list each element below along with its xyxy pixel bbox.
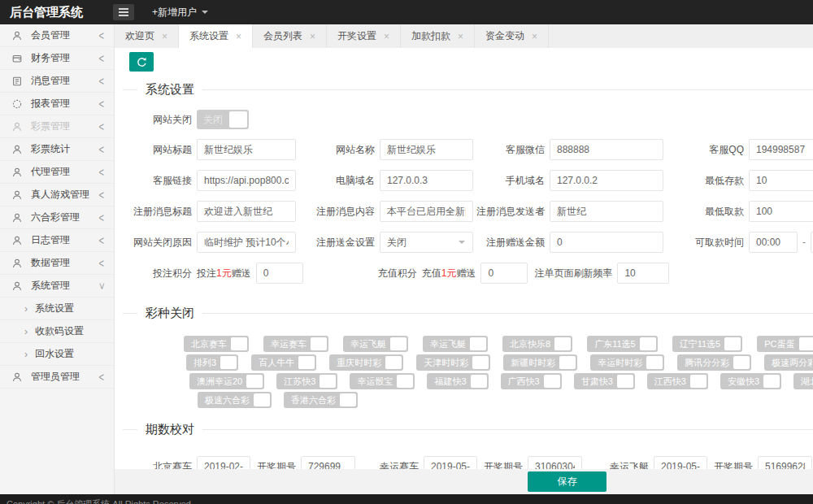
form-row: 网站关闭关闭	[123, 109, 813, 130]
lottery-toggle-重庆时时彩[interactable]: 重庆时时彩	[329, 354, 403, 371]
sidebar-item-报表管理[interactable]: 报表管理<	[0, 93, 114, 115]
lottery-toggle-百人牛牛[interactable]: 百人牛牛	[251, 354, 316, 371]
sidebar-item-消息管理[interactable]: 消息管理<	[0, 70, 114, 93]
lottery-toggle-label: 幸运赛车	[263, 338, 311, 350]
lottery-toggle-广西快3[interactable]: 广西快3	[501, 373, 562, 389]
bonus-input[interactable]	[256, 263, 303, 284]
field-input[interactable]	[380, 139, 473, 160]
tab-系统设置[interactable]: 系统设置×	[179, 24, 253, 48]
lottery-toggle-幸运时时彩[interactable]: 幸运时时彩	[590, 354, 664, 371]
tab-会员列表[interactable]: 会员列表×	[253, 24, 327, 48]
toggle-knob	[254, 393, 270, 406]
sidebar-item-label: 彩票统计	[31, 142, 99, 156]
field-input[interactable]	[749, 201, 813, 222]
lottery-toggle-湖北快3[interactable]: 湖北快3	[793, 373, 813, 389]
sidebar-item-数据管理[interactable]: 数据管理<	[0, 252, 114, 275]
close-icon[interactable]: ×	[532, 31, 537, 42]
lottery-toggle-腾讯分分彩[interactable]: 腾讯分分彩	[677, 354, 751, 371]
field-input[interactable]	[380, 170, 473, 191]
toggle-knob	[340, 393, 356, 406]
lottery-toggle-label: 江苏快3	[276, 376, 320, 388]
sidebar-subitem-回水设置[interactable]: ›回水设置	[0, 343, 114, 366]
refresh-button[interactable]	[129, 52, 154, 72]
user-icon	[11, 144, 23, 155]
field-input[interactable]	[380, 201, 473, 222]
lottery-toggle-排列3[interactable]: 排列3	[186, 354, 238, 371]
sidebar-item-彩票管理[interactable]: 彩票管理<	[0, 115, 114, 138]
tab-资金变动[interactable]: 资金变动×	[475, 24, 549, 48]
time-from-input[interactable]	[749, 232, 798, 253]
lottery-toggle-江西快3[interactable]: 江西快3	[647, 373, 708, 389]
lottery-toggle-江苏快3[interactable]: 江苏快3	[276, 373, 337, 389]
lottery-toggle-label: 极速两分彩	[764, 357, 813, 369]
save-button[interactable]: 保存	[528, 471, 606, 492]
lottery-toggle-福建快3[interactable]: 福建快3	[427, 373, 488, 389]
sidebar-item-彩票统计[interactable]: 彩票统计<	[0, 138, 114, 161]
close-icon[interactable]: ×	[310, 31, 315, 42]
field-input[interactable]	[550, 139, 663, 160]
user-icon	[11, 189, 23, 201]
section-title: 期数校对	[137, 422, 202, 437]
sidebar-item-管理员管理[interactable]: 管理员管理<	[0, 366, 114, 389]
sidebar-subitem-收款码设置[interactable]: ›收款码设置	[0, 320, 114, 343]
sidebar-subitem-系统设置[interactable]: ›系统设置	[0, 298, 114, 320]
finance-icon	[11, 53, 23, 64]
lottery-toggle-幸运赛车[interactable]: 幸运赛车	[263, 336, 328, 352]
lottery-toggle-北京快乐8[interactable]: 北京快乐8	[502, 336, 572, 352]
tab-开奖设置[interactable]: 开奖设置×	[327, 24, 401, 48]
lottery-toggle-row: 极速六合彩香港六合彩	[198, 392, 813, 408]
sidebar-item-六合彩管理[interactable]: 六合彩管理<	[0, 206, 114, 229]
sidebar-item-日志管理[interactable]: 日志管理<	[0, 229, 114, 252]
lottery-toggle-幸运骰宝[interactable]: 幸运骰宝	[350, 373, 415, 389]
register-bonus-select[interactable]: 关闭	[380, 232, 473, 253]
sidebar-item-真人游戏管理[interactable]: 真人游戏管理<	[0, 184, 114, 206]
close-icon[interactable]: ×	[458, 31, 463, 42]
field-label: 注册消息内容	[296, 205, 375, 219]
lottery-toggle-label: 广西快3	[501, 376, 544, 388]
lottery-toggle-天津时时彩[interactable]: 天津时时彩	[416, 354, 490, 371]
field-input[interactable]	[550, 232, 663, 253]
field-input[interactable]	[197, 170, 296, 191]
lottery-toggle-安徽快3[interactable]: 安徽快3	[720, 373, 781, 389]
toggle-knob	[472, 356, 489, 369]
field-input[interactable]	[197, 201, 296, 222]
lottery-toggle-PC蛋蛋[interactable]: PC蛋蛋	[757, 336, 813, 352]
sidebar-item-财务管理[interactable]: 财务管理<	[0, 47, 114, 70]
lottery-toggle-香港六合彩[interactable]: 香港六合彩	[284, 392, 358, 408]
lottery-toggle-极速六合彩[interactable]: 极速六合彩	[198, 392, 272, 408]
close-icon[interactable]: ×	[162, 31, 167, 42]
arrow-right-icon: ›	[24, 303, 28, 315]
sidebar-item-会员管理[interactable]: 会员管理<	[0, 24, 114, 47]
sidebar-item-代理管理[interactable]: 代理管理<	[0, 161, 114, 184]
toggle-knob	[298, 356, 315, 369]
toggle-knob	[390, 337, 406, 350]
site-close-switch[interactable]: 关闭	[197, 110, 249, 129]
field-input[interactable]	[197, 139, 296, 160]
close-icon[interactable]: ×	[236, 31, 241, 42]
lottery-toggle-幸运飞艇[interactable]: 幸运飞艇	[423, 336, 488, 352]
lottery-toggle-广东11选5[interactable]: 广东11选5	[587, 336, 658, 352]
lottery-toggle-甘肃快3[interactable]: 甘肃快3	[574, 373, 635, 389]
field-input[interactable]	[749, 139, 813, 160]
field-input[interactable]	[550, 201, 663, 222]
main-area: 欢迎页×系统设置×会员列表×开奖设置×加款扣款×资金变动× 系统设置 网站关闭关…	[115, 24, 813, 494]
message-icon	[11, 76, 23, 87]
lottery-toggle-澳洲幸运20[interactable]: 澳洲幸运20	[189, 373, 264, 389]
lottery-toggle-新疆时时彩[interactable]: 新疆时时彩	[503, 354, 577, 371]
field-input[interactable]	[550, 170, 663, 191]
tab-欢迎页[interactable]: 欢迎页×	[115, 24, 179, 48]
toggle-knob	[640, 337, 656, 350]
field-input[interactable]	[617, 263, 669, 284]
lottery-toggle-幸运飞艇[interactable]: 幸运飞艇	[343, 336, 408, 352]
field-input[interactable]	[749, 170, 813, 191]
bonus-input[interactable]	[480, 263, 528, 284]
lottery-toggle-极速两分彩[interactable]: 极速两分彩	[764, 354, 813, 371]
tab-加款扣款[interactable]: 加款扣款×	[401, 24, 475, 48]
add-user-button[interactable]: +新增用户	[152, 6, 208, 20]
lottery-toggle-辽宁11选5[interactable]: 辽宁11选5	[672, 336, 743, 352]
lottery-toggle-北京赛车[interactable]: 北京赛车	[184, 336, 249, 352]
field-input[interactable]	[197, 232, 296, 253]
close-icon[interactable]: ×	[384, 31, 389, 42]
hamburger-menu-icon[interactable]	[113, 4, 134, 20]
sidebar-item-系统管理[interactable]: 系统管理<	[0, 275, 114, 298]
